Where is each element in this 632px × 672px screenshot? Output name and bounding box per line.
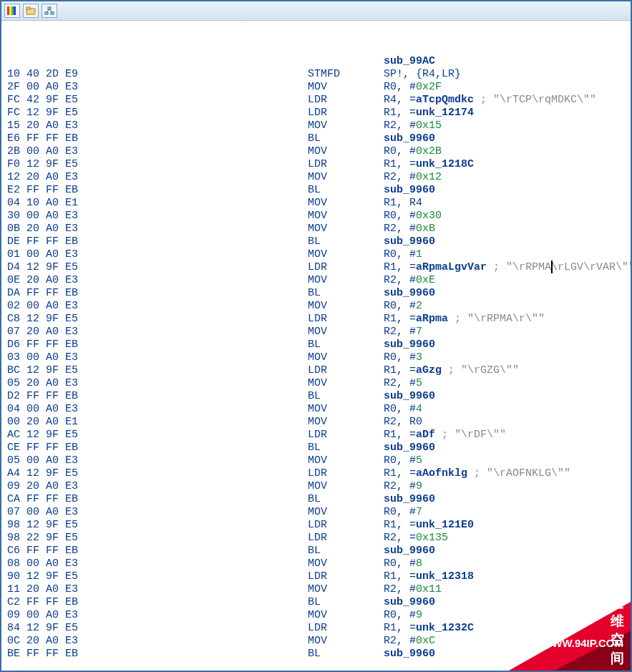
operand: sub_9960: [384, 442, 435, 454]
disasm-row[interactable]: 09 00 A0 E3MOVR0, #9: [7, 609, 625, 622]
disasm-row[interactable]: C2 FF FF EBBLsub_9960: [7, 596, 625, 609]
operand: 0x2B: [416, 145, 442, 157]
disasm-row[interactable]: C8 12 9F E5LDRR1, =aRpma ; "\rRPMA\r\"": [7, 313, 625, 326]
disasm-row[interactable]: 05 20 A0 E3MOVR2, #5: [7, 377, 625, 390]
hex-bytes: 07 00 A0 E3: [7, 506, 308, 519]
disasm-row[interactable]: CA FF FF EBBLsub_9960: [7, 493, 625, 506]
disasm-row[interactable]: 98 12 9F E5LDRR1, =unk_121E0: [7, 519, 625, 532]
operand: #: [409, 351, 416, 364]
disasm-row[interactable]: DE FF FF EBBLsub_9960: [7, 235, 625, 248]
disasm-row[interactable]: 90 12 9F E5LDRR1, =unk_12318: [7, 570, 625, 583]
disasm-row[interactable]: FC 42 9F E5LDRR4, =aTcpQmdkc ; "\rTCP\rq…: [7, 94, 625, 107]
disasm-row[interactable]: E2 FF FF EBBLsub_9960: [7, 184, 625, 197]
disasm-row[interactable]: 09 20 A0 E3MOVR2, #9: [7, 480, 625, 493]
disasm-row[interactable]: 01 00 A0 E3MOVR0, #1: [7, 248, 625, 261]
operand: R2: [384, 274, 397, 286]
disasm-row[interactable]: 08 00 A0 E3MOVR0, #8: [7, 557, 625, 570]
disasm-row[interactable]: 0C 20 A0 E3MOVR2, #0xC: [7, 635, 625, 648]
operand: 9: [416, 609, 422, 621]
operand: ,: [397, 416, 409, 428]
operand: 5: [416, 377, 422, 389]
disasm-row[interactable]: BE FF FF EBBLsub_9960: [7, 648, 625, 661]
operand: #: [409, 506, 416, 518]
disasm-row[interactable]: AC 12 9F E5LDRR1, =aDf ; "\rDF\"": [7, 429, 625, 442]
disasm-row[interactable]: 30 00 A0 E3MOVR0, #0x30: [7, 210, 625, 223]
operand: ,: [397, 158, 409, 170]
operand: unk_1218C: [416, 158, 474, 170]
operand: R2: [384, 532, 397, 544]
disasm-row[interactable]: 10 40 2D E9STMFDSP!, {R4,LR}: [7, 68, 625, 81]
operand: =: [409, 364, 416, 376]
mnemonic: LDR: [308, 261, 384, 274]
operand: aRpma: [416, 313, 448, 325]
operand: =: [409, 467, 416, 479]
disasm-row[interactable]: 0E 20 A0 E3MOVR2, #0xE: [7, 274, 625, 287]
disasm-row[interactable]: F0 12 9F E5LDRR1, =unk_1218C: [7, 158, 625, 171]
hex-bytes: 0B 20 A0 E3: [7, 223, 308, 235]
hex-bytes: FC 12 9F E5: [7, 107, 308, 120]
hex-bytes: DA FF FF EB: [7, 287, 308, 300]
disasm-row[interactable]: C6 FF FF EBBLsub_9960: [7, 545, 625, 557]
disasm-row[interactable]: CE FF FF EBBLsub_9960: [7, 442, 625, 454]
operand: R0: [384, 351, 397, 364]
disasm-row[interactable]: D4 12 9F E5LDRR1, =aRpmaLgvVar ; "\rRPMA…: [7, 261, 625, 274]
disasm-row[interactable]: 00 20 A0 E1MOVR2, R0: [7, 416, 625, 429]
disasm-row[interactable]: BC 12 9F E5LDRR1, =aGzg ; "\rGZG\"": [7, 364, 625, 377]
open-button[interactable]: [23, 4, 39, 18]
disasm-row[interactable]: 84 12 9F E5LDRR1, =unk_1232C: [7, 622, 625, 635]
disasm-row[interactable]: 04 00 A0 E3MOVR0, #4: [7, 403, 625, 416]
disasm-row[interactable]: 04 10 A0 E1MOVR1, R4: [7, 197, 625, 210]
graph-button[interactable]: [42, 4, 57, 18]
disasm-row[interactable]: 98 22 9F E5LDRR2, =0x135: [7, 532, 625, 545]
disasm-row[interactable]: DA FF FF EBBLsub_9960: [7, 287, 625, 300]
mnemonic: MOV: [308, 454, 384, 467]
disasm-row[interactable]: 11 20 A0 E3MOVR2, #0x11: [7, 583, 625, 596]
mnemonic: BL: [308, 339, 384, 351]
operand: ,: [397, 223, 409, 235]
operand: 5: [416, 454, 422, 467]
disasm-row[interactable]: 0B 20 A0 E3MOVR2, #0xB: [7, 223, 625, 235]
operand: ,: [397, 532, 409, 544]
operand: R2: [384, 480, 397, 492]
disasm-row[interactable]: 03 00 A0 E3MOVR0, #3: [7, 351, 625, 364]
disasm-row[interactable]: 05 00 A0 E3MOVR0, #5: [7, 454, 625, 467]
disasm-row[interactable]: 2F 00 A0 E3MOVR0, #0x2F: [7, 81, 625, 94]
operand: #: [409, 248, 416, 260]
operand: ,: [397, 81, 409, 93]
disasm-row[interactable]: 02 00 A0 E3MOVR0, #2: [7, 300, 625, 313]
disasm-row[interactable]: 12 20 A0 E3MOVR2, #0x12: [7, 171, 625, 184]
operand: 0x30: [416, 210, 442, 222]
operand: sub_9960: [384, 493, 435, 505]
disasm-row[interactable]: 15 20 A0 E3MOVR2, #0x15: [7, 120, 625, 132]
operand: unk_12174: [416, 107, 474, 119]
mnemonic: BL: [308, 493, 384, 506]
hex-bytes: BC 12 9F E5: [7, 364, 308, 377]
disasm-row[interactable]: 07 20 A0 E3MOVR2, #7: [7, 326, 625, 339]
disasm-row[interactable]: 07 00 A0 E3MOVR0, #7: [7, 506, 625, 519]
operand: aAofnklg: [416, 467, 467, 479]
hex-bytes: 09 00 A0 E3: [7, 609, 308, 622]
mnemonic: BL: [308, 442, 384, 454]
operand: #: [409, 480, 416, 492]
mnemonic: LDR: [308, 158, 384, 171]
operand: {R4,LR}: [416, 68, 461, 80]
hex-bytes: D4 12 9F E5: [7, 261, 308, 274]
disasm-row[interactable]: A4 12 9F E5LDRR1, =aAofnklg ; "\rAOFNKLG…: [7, 467, 625, 480]
operand: ,: [397, 261, 409, 273]
operand: #: [409, 274, 416, 286]
operand: #: [409, 635, 416, 647]
mnemonic: LDR: [308, 94, 384, 107]
graph-icon: [44, 6, 54, 15]
operand: R2: [384, 416, 397, 428]
disasm-row[interactable]: D6 FF FF EBBLsub_9960: [7, 339, 625, 351]
svg-rect-6: [48, 7, 51, 9]
operand: ,: [397, 377, 409, 389]
disasm-row[interactable]: E6 FF FF EBBLsub_9960: [7, 132, 625, 145]
operand: aGzg: [416, 364, 442, 376]
color-view-button[interactable]: [4, 4, 20, 18]
disasm-row[interactable]: D2 FF FF EBBLsub_9960: [7, 390, 625, 403]
disasm-row[interactable]: FC 12 9F E5LDRR1, =unk_12174: [7, 107, 625, 120]
hex-bytes: CA FF FF EB: [7, 493, 308, 506]
disasm-row[interactable]: 2B 00 A0 E3MOVR0, #0x2B: [7, 145, 625, 158]
disassembly-view[interactable]: sub_99AC 10 40 2D E9STMFDSP!, {R4,LR}2F …: [1, 21, 631, 666]
